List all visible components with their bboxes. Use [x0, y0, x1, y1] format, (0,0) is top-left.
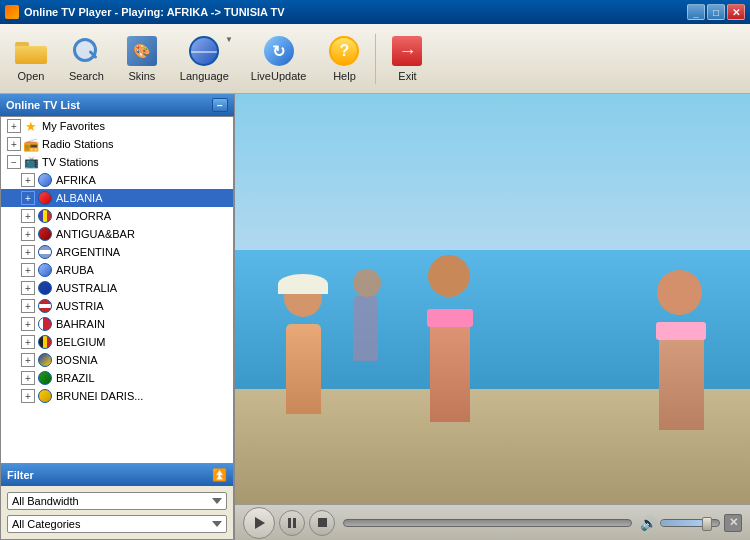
tree-item-tv[interactable]: − 📺 TV Stations	[1, 153, 233, 171]
skins-button[interactable]: 🎨 Skins	[117, 30, 167, 87]
tree-item-brunei[interactable]: + BRUNEI DARIS...	[1, 387, 233, 405]
expand-brunei[interactable]: +	[21, 389, 35, 403]
afrika-flag-icon	[37, 172, 53, 188]
bahrain-label: BAHRAIN	[56, 318, 105, 330]
close-button[interactable]: ✕	[727, 4, 745, 20]
expand-albania[interactable]: +	[21, 191, 35, 205]
restore-button[interactable]: □	[707, 4, 725, 20]
expand-australia[interactable]: +	[21, 281, 35, 295]
expand-antigua[interactable]: +	[21, 227, 35, 241]
tree-item-australia[interactable]: + AUSTRALIA	[1, 279, 233, 297]
tree-item-afrika[interactable]: + AFRIKA	[1, 171, 233, 189]
bandwidth-select[interactable]: All BandwidthLow BandwidthMedium Bandwid…	[7, 492, 227, 510]
progress-bar[interactable]	[343, 519, 632, 527]
filter-header: Filter ⏫	[1, 464, 233, 486]
titlebar-buttons: _ □ ✕	[687, 4, 745, 20]
volume-area: 🔊	[640, 515, 720, 531]
tree-item-antigua[interactable]: + ANTIGUA&BAR	[1, 225, 233, 243]
volume-knob[interactable]	[702, 517, 712, 531]
language-icon	[188, 35, 220, 67]
player-close-button[interactable]: ✕	[724, 514, 742, 532]
video-scene	[235, 94, 750, 504]
titlebar-left: Online TV Player - Playing: AFRIKA -> TU…	[5, 5, 285, 19]
person3	[639, 265, 724, 430]
belgium-label: BELGIUM	[56, 336, 106, 348]
austria-flag-icon	[37, 298, 53, 314]
exit-icon: →	[391, 35, 423, 67]
liveupdate-label: LiveUpdate	[251, 70, 307, 82]
app-icon	[5, 5, 19, 19]
tree-item-brazil[interactable]: + BRAZIL	[1, 369, 233, 387]
search-button[interactable]: Search	[60, 30, 113, 87]
sky	[235, 94, 750, 250]
person2	[415, 247, 485, 422]
language-button[interactable]: Language ▼	[171, 30, 238, 87]
stop-button[interactable]	[309, 510, 335, 536]
help-button[interactable]: ? Help	[319, 30, 369, 87]
argentina-label: ARGENTINA	[56, 246, 120, 258]
open-label: Open	[18, 70, 45, 82]
language-dropdown-arrow: ▼	[225, 35, 233, 44]
video-area: 🔊 ✕	[235, 94, 750, 540]
main-area: Online TV List − + ★ My Favorites + 📻 Ra…	[0, 94, 750, 540]
exit-button[interactable]: → Exit	[382, 30, 432, 87]
person4	[348, 261, 388, 361]
aruba-label: ARUBA	[56, 264, 94, 276]
expand-favorites[interactable]: +	[7, 119, 21, 133]
filter-collapse-icon[interactable]: ⏫	[212, 468, 227, 482]
tree-item-aruba[interactable]: + ARUBA	[1, 261, 233, 279]
volume-icon[interactable]: 🔊	[640, 515, 657, 531]
expand-afrika[interactable]: +	[21, 173, 35, 187]
andorra-flag-icon	[37, 208, 53, 224]
toolbar: Open Search 🎨 Skins Language ▼ ↻ LiveUpd…	[0, 24, 750, 94]
tree-view[interactable]: + ★ My Favorites + 📻 Radio Stations − 📺 …	[0, 116, 234, 464]
filter-title: Filter	[7, 469, 34, 481]
expand-brazil[interactable]: +	[21, 371, 35, 385]
tree-item-albania[interactable]: + ALBANIA	[1, 189, 233, 207]
skins-icon: 🎨	[126, 35, 158, 67]
tree-item-bahrain[interactable]: + BAHRAIN	[1, 315, 233, 333]
minimize-button[interactable]: _	[687, 4, 705, 20]
expand-bahrain[interactable]: +	[21, 317, 35, 331]
expand-andorra[interactable]: +	[21, 209, 35, 223]
titlebar: Online TV Player - Playing: AFRIKA -> TU…	[0, 0, 750, 24]
tv-icon: 📺	[23, 154, 39, 170]
open-button[interactable]: Open	[6, 30, 56, 87]
toolbar-separator	[375, 34, 376, 84]
pause-button[interactable]	[279, 510, 305, 536]
expand-bosnia[interactable]: +	[21, 353, 35, 367]
expand-tv[interactable]: −	[7, 155, 21, 169]
argentina-flag-icon	[37, 244, 53, 260]
expand-radio[interactable]: +	[7, 137, 21, 151]
help-label: Help	[333, 70, 356, 82]
tree-item-andorra[interactable]: + ANDORRA	[1, 207, 233, 225]
video-content	[235, 94, 750, 504]
expand-belgium[interactable]: +	[21, 335, 35, 349]
expand-austria[interactable]: +	[21, 299, 35, 313]
play-icon	[255, 517, 265, 529]
tree-item-argentina[interactable]: + ARGENTINA	[1, 243, 233, 261]
tv-label: TV Stations	[42, 156, 99, 168]
tree-item-belgium[interactable]: + BELGIUM	[1, 333, 233, 351]
player-controls: 🔊 ✕	[235, 504, 750, 540]
brunei-label: BRUNEI DARIS...	[56, 390, 143, 402]
categories-select[interactable]: All CategoriesNewsSportsEntertainmentMus…	[7, 515, 227, 533]
expand-aruba[interactable]: +	[21, 263, 35, 277]
brunei-flag-icon	[37, 388, 53, 404]
bahrain-flag-icon	[37, 316, 53, 332]
antigua-label: ANTIGUA&BAR	[56, 228, 135, 240]
tree-item-radio[interactable]: + 📻 Radio Stations	[1, 135, 233, 153]
tree-item-austria[interactable]: + AUSTRIA	[1, 297, 233, 315]
panel-collapse-button[interactable]: −	[212, 98, 228, 112]
andorra-label: ANDORRA	[56, 210, 111, 222]
volume-slider[interactable]	[660, 519, 720, 527]
tree-item-bosnia[interactable]: + BOSNIA	[1, 351, 233, 369]
left-panel: Online TV List − + ★ My Favorites + 📻 Ra…	[0, 94, 235, 540]
expand-argentina[interactable]: +	[21, 245, 35, 259]
favorites-icon: ★	[23, 118, 39, 134]
liveupdate-button[interactable]: ↻ LiveUpdate	[242, 30, 316, 87]
aruba-flag-icon	[37, 262, 53, 278]
tree-item-favorites[interactable]: + ★ My Favorites	[1, 117, 233, 135]
play-button[interactable]	[243, 507, 275, 539]
help-icon: ?	[328, 35, 360, 67]
